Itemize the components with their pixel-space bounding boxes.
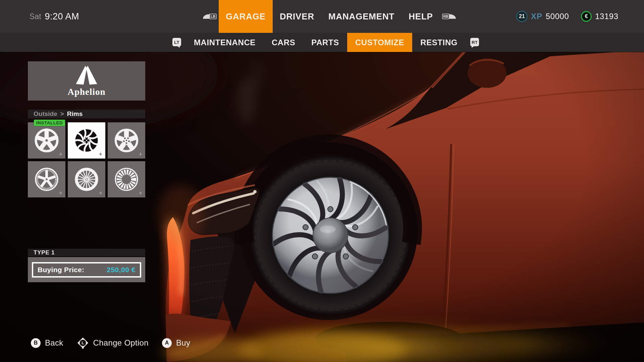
rim-option-2[interactable]: + (68, 122, 105, 159)
main-nav: LB GARAGEDRIVERMANAGEMENTHELP RB (201, 0, 458, 33)
price-panel: Buying Price: 250,00 € (28, 257, 145, 282)
plus-icon: + (139, 151, 142, 158)
garage-customize-screen: Sat 9:20 AM LB GARAGEDRIVERMANAGEMENTHEL… (0, 0, 644, 362)
plus-icon: + (139, 190, 142, 196)
breadcrumb-separator: > (60, 110, 64, 118)
lettered-five-spoke-rim-icon (33, 166, 60, 193)
clock-day: Sat (30, 12, 41, 21)
currency-value: 13193 (595, 12, 618, 21)
rim-option-1[interactable]: INSTALLED + (28, 122, 65, 159)
buying-price-box: Buying Price: 250,00 € (32, 262, 141, 278)
xp-label: XP (531, 12, 542, 21)
hint-back[interactable]: BBack (31, 338, 63, 348)
sub-tab-parts[interactable]: PARTS (303, 33, 347, 52)
top-tab-garage[interactable]: GARAGE (219, 0, 273, 33)
selection-type-label: TYPE 1 (34, 249, 55, 256)
plus-icon: + (59, 190, 62, 196)
lt-label: LT (174, 40, 179, 45)
sub-tab-label: MAINTENANCE (194, 38, 256, 47)
top-tab-label: HELP (409, 11, 433, 22)
rim-options-grid: INSTALLED + + + + + + (28, 122, 145, 197)
rim-option-4[interactable]: + (28, 161, 65, 197)
top-tab-label: GARAGE (226, 11, 266, 22)
hint-buy[interactable]: ABuy (162, 338, 190, 348)
buying-price-label: Buying Price: (38, 266, 84, 274)
lb-shoulder-icon[interactable]: LB (202, 13, 217, 20)
lt-trigger-icon[interactable]: LT (172, 37, 182, 48)
hint-change-option[interactable]: L Change Option (77, 337, 149, 349)
top-tab-management[interactable]: MANAGEMENT (321, 0, 401, 33)
turbine-rim-icon (73, 127, 100, 154)
sub-tab-customize[interactable]: CUSTOMIZE (347, 33, 412, 52)
brand-panel: Aphelion (28, 61, 145, 101)
rim-option-3[interactable]: + (108, 122, 145, 159)
mesh-rim-icon (73, 166, 100, 193)
rt-trigger-icon[interactable]: RT (470, 37, 480, 48)
top-tab-help[interactable]: HELP (401, 0, 440, 33)
garage-sub-nav: LT MAINTENANCECARSPARTSCUSTOMIZERESTING … (168, 33, 484, 52)
brand-name: Aphelion (67, 87, 105, 97)
breadcrumb-section: Outside (34, 110, 57, 118)
rb-shoulder-icon[interactable]: RB (442, 13, 457, 20)
player-wallet: 21 XP 50000 € 13193 (516, 0, 619, 33)
hint-label: Change Option (93, 338, 149, 348)
game-clock: Sat 9:20 AM (30, 0, 79, 33)
currency-icon: € (581, 11, 592, 22)
sub-tab-resting[interactable]: RESTING (412, 33, 466, 52)
top-tab-label: MANAGEMENT (328, 11, 394, 22)
top-tab-driver[interactable]: DRIVER (273, 0, 321, 33)
a-button-icon: A (162, 338, 172, 348)
currency-symbol: € (585, 13, 588, 19)
sub-tab-maintenance[interactable]: MAINTENANCE (186, 33, 264, 52)
rt-label: RT (472, 40, 478, 45)
xp-value: 50000 (546, 12, 569, 21)
rim-option-6[interactable]: + (108, 161, 145, 197)
installed-badge: INSTALLED (34, 120, 65, 126)
action-bar: BBack L Change Option ABuy (31, 336, 190, 350)
five-spoke-rim-icon (33, 127, 60, 154)
sub-tab-label: RESTING (420, 38, 458, 47)
five-spoke-lug-rim-icon (113, 127, 140, 154)
selection-type-bar: TYPE 1 (28, 249, 145, 256)
level-badge: 21 (516, 11, 528, 22)
top-status-bar: Sat 9:20 AM LB GARAGEDRIVERMANAGEMENTHEL… (0, 0, 644, 33)
breadcrumb: Outside > Rims (28, 110, 145, 118)
sub-tab-label: CARS (272, 38, 295, 47)
breadcrumb-current: Rims (67, 110, 83, 118)
hint-label: Back (45, 338, 63, 348)
b-button-icon: B (31, 338, 41, 348)
top-tab-label: DRIVER (280, 11, 314, 22)
rim-option-5[interactable]: + (68, 161, 105, 197)
buying-price-value: 250,00 € (107, 266, 136, 274)
svg-text:L: L (82, 341, 84, 345)
sub-tab-label: CUSTOMIZE (355, 38, 404, 47)
plus-icon: + (99, 151, 102, 158)
left-stick-icon: L (77, 337, 89, 349)
plus-icon: + (59, 151, 62, 158)
lb-label: LB (211, 14, 215, 18)
plus-icon: + (99, 190, 102, 196)
hint-label: Buy (176, 338, 190, 348)
level-value: 21 (519, 13, 525, 19)
sub-tab-label: PARTS (311, 38, 339, 47)
rb-label: RB (443, 14, 448, 18)
clock-time: 9:20 AM (45, 11, 79, 22)
sub-tab-cars[interactable]: CARS (264, 33, 303, 52)
aphelion-logo-icon (72, 65, 101, 86)
turbofan-rim-icon (113, 166, 140, 193)
garage-sub-nav-bar: LT MAINTENANCECARSPARTSCUSTOMIZERESTING … (0, 33, 644, 52)
